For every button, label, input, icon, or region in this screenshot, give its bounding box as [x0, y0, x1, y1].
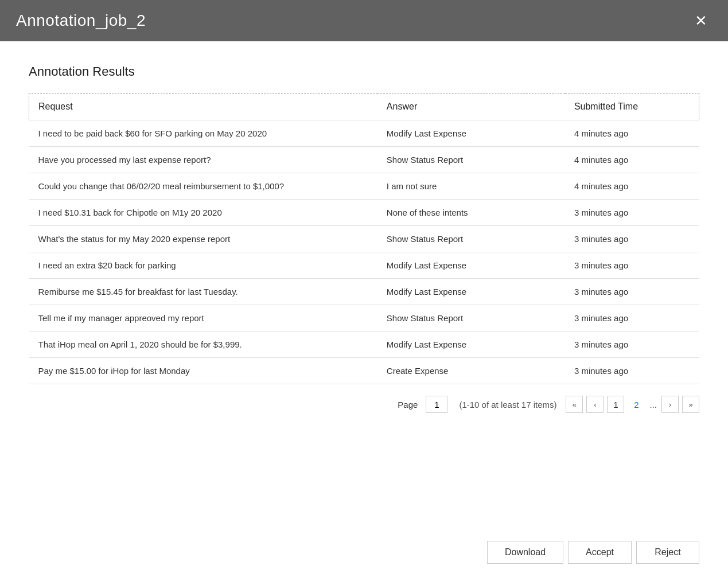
cell-request: Remiburse me $15.45 for breakfast for la…: [29, 279, 377, 305]
cell-request: I need an extra $20 back for parking: [29, 252, 377, 279]
cell-time: 3 minutes ago: [565, 226, 699, 252]
cell-time: 4 minutes ago: [565, 173, 699, 200]
cell-time: 3 minutes ago: [565, 305, 699, 332]
cell-time: 4 minutes ago: [565, 147, 699, 173]
annotation-dialog: Annotation_job_2 ✕ Annotation Results Re…: [0, 0, 728, 581]
cell-request: What's the status for my May 2020 expens…: [29, 226, 377, 252]
cell-request: Pay me $15.00 for iHop for last Monday: [29, 358, 377, 384]
table-row: Pay me $15.00 for iHop for last MondayCr…: [29, 358, 699, 384]
col-header-answer: Answer: [377, 93, 565, 120]
col-header-time: Submitted Time: [565, 93, 699, 120]
page-input[interactable]: [426, 396, 447, 413]
download-button[interactable]: Download: [487, 541, 563, 564]
page-label: Page: [398, 400, 418, 410]
page-num-2[interactable]: 2: [628, 396, 645, 413]
cell-answer: Modify Last Expense: [377, 120, 565, 147]
cell-answer: Show Status Report: [377, 147, 565, 173]
page-info: (1-10 of at least 17 items): [459, 400, 556, 410]
table-row: What's the status for my May 2020 expens…: [29, 226, 699, 252]
next-page-button[interactable]: ›: [661, 396, 679, 413]
cell-answer: Show Status Report: [377, 226, 565, 252]
page-dots: ...: [648, 400, 658, 410]
dialog-header: Annotation_job_2 ✕: [0, 0, 728, 41]
cell-answer: Show Status Report: [377, 305, 565, 332]
accept-button[interactable]: Accept: [568, 541, 632, 564]
cell-time: 3 minutes ago: [565, 252, 699, 279]
cell-time: 3 minutes ago: [565, 200, 699, 226]
reject-button[interactable]: Reject: [636, 541, 699, 564]
table-row: Remiburse me $15.45 for breakfast for la…: [29, 279, 699, 305]
close-button[interactable]: ✕: [690, 11, 712, 30]
prev-page-button[interactable]: ‹: [586, 396, 604, 413]
cell-answer: Create Expense: [377, 358, 565, 384]
cell-time: 3 minutes ago: [565, 332, 699, 358]
cell-request: Have you processed my last expense repor…: [29, 147, 377, 173]
table-row: Tell me if my manager appreoved my repor…: [29, 305, 699, 332]
cell-request: I need to be paid back $60 for SFO parki…: [29, 120, 377, 147]
table-row: Could you change that 06/02/20 meal reim…: [29, 173, 699, 200]
cell-time: 3 minutes ago: [565, 279, 699, 305]
cell-answer: None of these intents: [377, 200, 565, 226]
section-title: Annotation Results: [29, 64, 699, 79]
dialog-body: Annotation Results Request Answer Submit…: [0, 41, 728, 529]
first-page-button[interactable]: «: [566, 396, 583, 413]
table-row: I need $10.31 back for Chipotle on M1y 2…: [29, 200, 699, 226]
table-header-row: Request Answer Submitted Time: [29, 93, 699, 120]
last-page-button[interactable]: »: [682, 396, 699, 413]
pagination-row: Page (1-10 of at least 17 items) « ‹ 1 2…: [29, 384, 699, 419]
cell-answer: Modify Last Expense: [377, 252, 565, 279]
col-header-request: Request: [29, 93, 377, 120]
cell-time: 4 minutes ago: [565, 120, 699, 147]
table-row: I need to be paid back $60 for SFO parki…: [29, 120, 699, 147]
cell-request: Tell me if my manager appreoved my repor…: [29, 305, 377, 332]
cell-answer: Modify Last Expense: [377, 279, 565, 305]
cell-answer: Modify Last Expense: [377, 332, 565, 358]
dialog-title: Annotation_job_2: [16, 11, 146, 30]
table-row: That iHop meal on April 1, 2020 should b…: [29, 332, 699, 358]
dialog-footer: Download Accept Reject: [0, 529, 728, 581]
cell-answer: I am not sure: [377, 173, 565, 200]
cell-request: That iHop meal on April 1, 2020 should b…: [29, 332, 377, 358]
table-row: I need an extra $20 back for parkingModi…: [29, 252, 699, 279]
results-table: Request Answer Submitted Time I need to …: [29, 93, 699, 384]
cell-request: I need $10.31 back for Chipotle on M1y 2…: [29, 200, 377, 226]
page-num-1[interactable]: 1: [607, 396, 624, 413]
cell-request: Could you change that 06/02/20 meal reim…: [29, 173, 377, 200]
cell-time: 3 minutes ago: [565, 358, 699, 384]
table-row: Have you processed my last expense repor…: [29, 147, 699, 173]
